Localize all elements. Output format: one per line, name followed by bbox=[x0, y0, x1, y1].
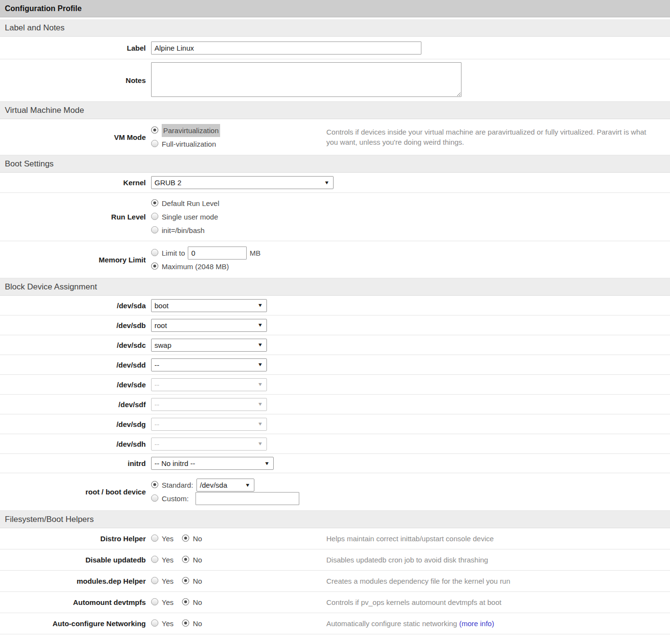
disable-updatedb-yes-radio[interactable] bbox=[151, 556, 158, 563]
memory-limit-input[interactable] bbox=[188, 247, 247, 260]
standard-device-select[interactable]: /dev/sda bbox=[196, 479, 254, 492]
row-kernel: Kernel GRUB 2 ▼ bbox=[0, 173, 670, 193]
dev-sdb-select[interactable]: root bbox=[151, 319, 267, 332]
autoconfigure-networking-no-radio[interactable] bbox=[182, 619, 189, 627]
dev-sdf-select-wrap: -- ▼ bbox=[151, 398, 267, 411]
page-title-bar: Configuration Profile bbox=[0, 0, 670, 17]
paravirtualization-radio[interactable] bbox=[151, 126, 158, 134]
default-run-level-label[interactable]: Default Run Level bbox=[162, 197, 219, 210]
initrd-select[interactable]: -- No initrd -- bbox=[151, 457, 274, 470]
yes-label[interactable]: Yes bbox=[162, 598, 173, 606]
no-label[interactable]: No bbox=[193, 619, 202, 628]
custom-device-radio[interactable] bbox=[151, 494, 158, 502]
field-label-dev-sda: /dev/sda bbox=[0, 301, 146, 310]
field-label-notes: Notes bbox=[0, 76, 146, 84]
field-label-automount-devtmpfs: Automount devtmpfs bbox=[0, 598, 146, 606]
autoconfigure-networking-yes-radio[interactable] bbox=[151, 619, 158, 627]
section-heading: Virtual Machine Mode bbox=[5, 106, 84, 115]
section-heading: Label and Notes bbox=[5, 23, 65, 33]
row-root-boot-device: root / boot device Standard: /dev/sda ▼ … bbox=[0, 473, 670, 511]
field-label-distro-helper: Distro Helper bbox=[0, 534, 146, 543]
standard-device-radio[interactable] bbox=[151, 481, 158, 488]
automount-devtmpfs-no-radio[interactable] bbox=[182, 598, 189, 605]
field-label-initrd: initrd bbox=[0, 459, 146, 467]
disable-updatedb-no-radio[interactable] bbox=[182, 556, 189, 563]
field-label-kernel: Kernel bbox=[0, 178, 146, 187]
section-heading: Boot Settings bbox=[5, 159, 54, 169]
distro-helper-help: Helps maintain correct inittab/upstart c… bbox=[326, 534, 670, 544]
dev-sdh-select-wrap: -- ▼ bbox=[151, 438, 267, 451]
section-heading: Filesystem/Boot Helpers bbox=[5, 515, 94, 524]
section-head-vm-mode: Virtual Machine Mode bbox=[0, 102, 670, 119]
field-label-dev-sdf: /dev/sdf bbox=[0, 400, 146, 409]
row-dev-sdf: /dev/sdf -- ▼ bbox=[0, 395, 670, 414]
default-run-level-radio[interactable] bbox=[151, 199, 158, 206]
distro-helper-yes-radio[interactable] bbox=[151, 534, 158, 542]
field-label-label: Label bbox=[0, 44, 146, 52]
field-label-memory-limit: Memory Limit bbox=[0, 256, 146, 264]
row-notes: Notes bbox=[0, 59, 670, 102]
single-user-mode-label[interactable]: Single user mode bbox=[162, 210, 218, 223]
row-dev-sdg: /dev/sdg -- ▼ bbox=[0, 414, 670, 434]
row-automount-devtmpfs: Automount devtmpfs Yes No Controls if pv… bbox=[0, 592, 670, 613]
maximum-memory-radio[interactable] bbox=[151, 262, 158, 270]
yes-label[interactable]: Yes bbox=[162, 556, 173, 564]
maximum-memory-label[interactable]: Maximum (2048 MB) bbox=[162, 260, 229, 273]
yes-label[interactable]: Yes bbox=[162, 619, 173, 628]
no-label[interactable]: No bbox=[193, 534, 202, 543]
no-label[interactable]: No bbox=[193, 598, 202, 606]
no-label[interactable]: No bbox=[193, 556, 202, 564]
row-dev-sdd: /dev/sdd -- ▼ bbox=[0, 355, 670, 375]
autoconfigure-networking-help: Automatically configure static networkin… bbox=[326, 618, 670, 629]
dev-sde-select: -- bbox=[151, 378, 267, 391]
standard-device-label[interactable]: Standard: bbox=[162, 479, 193, 492]
row-modules-dep-helper: modules.dep Helper Yes No Creates a modu… bbox=[0, 571, 670, 592]
distro-helper-no-radio[interactable] bbox=[182, 534, 189, 542]
init-bin-bash-label[interactable]: init=/bin/bash bbox=[162, 224, 205, 237]
section-heading: Block Device Assignment bbox=[5, 282, 97, 292]
kernel-select-wrap: GRUB 2 ▼ bbox=[151, 176, 334, 189]
field-label-dev-sde: /dev/sde bbox=[0, 381, 146, 389]
row-label: Label bbox=[0, 37, 670, 59]
single-user-mode-radio[interactable] bbox=[151, 213, 158, 220]
field-label-dev-sdb: /dev/sdb bbox=[0, 321, 146, 329]
dev-sdb-select-wrap: root ▼ bbox=[151, 319, 267, 332]
row-dev-sde: /dev/sde -- ▼ bbox=[0, 375, 670, 395]
row-run-level: Run Level Default Run Level Single user … bbox=[0, 193, 670, 241]
full-virtualization-label[interactable]: Full-virtualization bbox=[162, 137, 216, 151]
kernel-select[interactable]: GRUB 2 bbox=[151, 176, 334, 189]
full-virtualization-radio[interactable] bbox=[151, 140, 158, 147]
dev-sdd-select[interactable]: -- bbox=[151, 358, 267, 371]
label-input[interactable] bbox=[151, 41, 421, 55]
dev-sdd-select-wrap: -- ▼ bbox=[151, 358, 267, 371]
custom-device-label[interactable]: Custom: bbox=[162, 492, 189, 505]
section-head-boot-settings: Boot Settings bbox=[0, 155, 670, 173]
init-bin-bash-radio[interactable] bbox=[151, 226, 158, 233]
limit-to-label[interactable]: Limit to bbox=[162, 247, 185, 260]
no-label[interactable]: No bbox=[193, 577, 202, 585]
yes-label[interactable]: Yes bbox=[162, 577, 173, 585]
notes-textarea[interactable] bbox=[151, 62, 461, 97]
more-info-link[interactable]: (more info) bbox=[459, 619, 494, 628]
dev-sdc-select[interactable]: swap bbox=[151, 339, 267, 352]
paravirtualization-label[interactable]: Paravirtualization bbox=[162, 124, 220, 137]
yes-label[interactable]: Yes bbox=[162, 534, 173, 543]
limit-to-radio[interactable] bbox=[151, 249, 158, 256]
dev-sda-select[interactable]: boot bbox=[151, 299, 267, 312]
section-head-label-notes: Label and Notes bbox=[0, 19, 670, 37]
field-label-dev-sdc: /dev/sdc bbox=[0, 341, 146, 349]
vm-mode-help: Controls if devices inside your virtual … bbox=[326, 127, 670, 147]
field-label-run-level: Run Level bbox=[0, 213, 146, 221]
modules-dep-yes-radio[interactable] bbox=[151, 577, 158, 584]
field-label-dev-sdd: /dev/sdd bbox=[0, 361, 146, 369]
page-title: Configuration Profile bbox=[5, 4, 82, 13]
field-label-root-boot-device: root / boot device bbox=[0, 488, 146, 496]
initrd-select-wrap: -- No initrd -- ▼ bbox=[151, 457, 274, 470]
row-dev-sdc: /dev/sdc swap ▼ bbox=[0, 335, 670, 355]
autoconfigure-networking-help-text: Automatically configure static networkin… bbox=[326, 619, 457, 628]
automount-devtmpfs-yes-radio[interactable] bbox=[151, 598, 158, 605]
modules-dep-no-radio[interactable] bbox=[182, 577, 189, 584]
modules-dep-help: Creates a modules dependency file for th… bbox=[326, 576, 670, 586]
row-initrd: initrd -- No initrd -- ▼ bbox=[0, 454, 670, 473]
custom-device-input[interactable] bbox=[195, 492, 299, 505]
